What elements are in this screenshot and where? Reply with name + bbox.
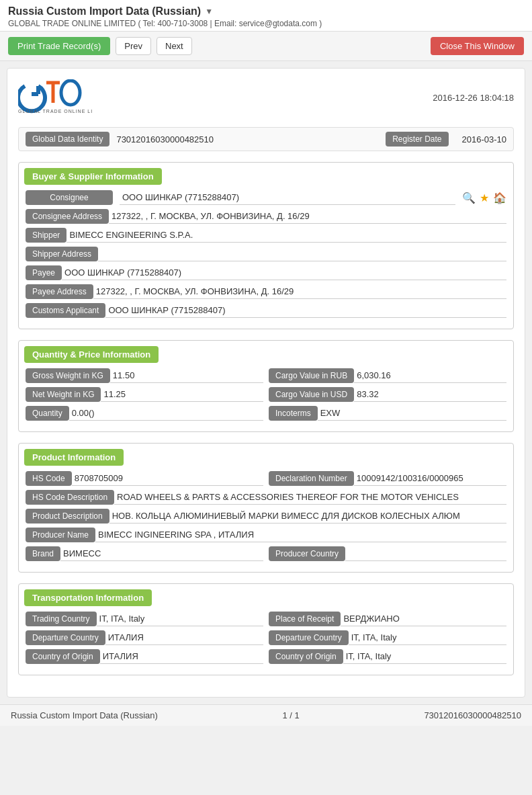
departure-right-row: Departure Country IT, ITA, Italy [269,630,506,645]
origin-row: Country of Origin ИТАЛИЯ Country of Orig… [26,649,506,664]
brand-label: Brand [26,546,60,561]
quantity-label: Quantity [26,406,69,421]
content-area: GLOBAL TRADE ONLINE LIMITED 2016-12-26 1… [7,68,525,698]
footer-left: Russia Custom Import Data (Russian) [11,710,158,720]
gross-weight-label: Gross Weight in KG [26,368,110,383]
payee-address-label: Payee Address [26,284,93,299]
home-icon[interactable]: 🏠 [493,192,506,204]
departure-left-value: ИТАЛИЯ [105,630,263,645]
consignee-label: Consignee [26,190,113,205]
place-receipt-row: Place of Receipt ВЕРДЖИАНО [269,612,506,626]
net-weight-value: 11.25 [101,387,263,402]
footer-center: 1 / 1 [283,710,300,720]
search-icon[interactable]: 🔍 [462,192,476,204]
incoterms-value: EXW [318,406,506,421]
footer-bar: Russia Custom Import Data (Russian) 1 / … [0,704,532,726]
gross-weight-row: Gross Weight in KG 11.50 [26,368,263,383]
gto-logo: GLOBAL TRADE ONLINE LIMITED [18,79,92,116]
hs-code-value: 8708705009 [72,471,263,486]
origin-left-row: Country of Origin ИТАЛИЯ [26,649,263,664]
cargo-usd-row: Cargo Value in USD 83.32 [269,387,506,402]
shipper-value: BIMECC ENGINEERING S.P.A. [66,228,506,243]
net-weight-label: Net Weight in KG [26,387,101,402]
shipper-address-value [98,247,506,261]
departure-row: Departure Country ИТАЛИЯ Departure Count… [26,630,506,645]
svg-point-4 [61,81,80,105]
payee-address-value: 127322, , Г. МОСКВА, УЛ. ФОНВИЗИНА, Д. 1… [93,284,506,299]
page-subtitle: GLOBAL TRADE ONLINE LIMITED ( Tel: 400-7… [8,19,524,28]
customs-applicant-row: Customs Applicant ООО ШИНКАР (7715288407… [26,303,506,318]
product-desc-label: Product Description [26,509,109,524]
producer-country-label: Producer Country [269,546,345,561]
origin-right-row: Country of Origin IT, ITA, Italy [269,649,506,664]
transportation-body: Trading Country IT, ITA, Italy Place of … [19,606,513,675]
incoterms-label: Incoterms [269,406,318,421]
title-dropdown-icon[interactable]: ▼ [205,7,213,16]
buyer-supplier-section: Buyer & Supplier Information Consignee О… [18,162,514,329]
producer-name-row: Producer Name BIMECC INGINEERING SPA , И… [26,528,506,542]
net-weight-row: Net Weight in KG 11.25 [26,387,263,402]
hs-desc-row: HS Code Description ROAD WHEELS & PARTS … [26,490,506,505]
origin-left-label: Country of Origin [26,649,100,664]
hs-declaration-row: HS Code 8708705009 Declaration Number 10… [26,471,506,486]
customs-applicant-value: ООО ШИНКАР (7715288407) [105,303,506,318]
cargo-rub-row: Cargo Value in RUB 6,030.16 [269,368,506,383]
close-button[interactable]: Close This Window [431,37,524,55]
product-desc-value: НОВ. КОЛЬЦА АЛЮМИНИЕВЫЙ МАРКИ ВИМЕСС ДЛЯ… [109,509,506,524]
svg-text:GLOBAL TRADE ONLINE LIMITED: GLOBAL TRADE ONLINE LIMITED [18,109,92,114]
brand-producer-country-row: Brand ВИМЕСС Producer Country [26,546,506,561]
shipper-address-label: Shipper Address [26,247,98,261]
page-title: Russia Custom Import Data (Russian) ▼ [8,5,524,17]
consignee-icons: 🔍 ★ 🏠 [462,192,506,204]
print-button[interactable]: Print Trade Record(s) [8,37,110,55]
trading-country-value: IT, ITA, Italy [97,612,263,626]
consignee-address-row: Consignee Address 127322, , Г. МОСКВА, У… [26,209,506,224]
star-icon[interactable]: ★ [480,192,489,204]
quantity-value: 0.00() [69,406,263,421]
consignee-row: Consignee ООО ШИНКАР (7715288407) 🔍 ★ 🏠 [26,190,506,205]
prev-button[interactable]: Prev [116,37,151,55]
quantity-price-section: Quantity & Price Information Gross Weigh… [18,340,514,432]
buyer-supplier-body: Consignee ООО ШИНКАР (7715288407) 🔍 ★ 🏠 … [19,185,513,329]
net-cargo-usd-row: Net Weight in KG 11.25 Cargo Value in US… [26,387,506,402]
hs-desc-label: HS Code Description [26,490,114,505]
origin-right-label: Country of Origin [269,649,343,664]
shipper-row: Shipper BIMECC ENGINEERING S.P.A. [26,228,506,243]
register-date-value: 2016-03-10 [462,134,507,144]
shipper-label: Shipper [26,228,66,243]
identity-row: Global Data Identity 7301201603000048251… [18,127,514,151]
cargo-rub-label: Cargo Value in RUB [269,368,354,383]
cargo-rub-value: 6,030.16 [354,368,506,383]
product-section: Product Information HS Code 8708705009 D… [18,443,514,573]
departure-left-label: Departure Country [26,630,105,645]
quantity-row: Quantity 0.00() [26,406,263,421]
declaration-number-row: Declaration Number 10009142/100316/00009… [269,471,506,486]
customs-applicant-label: Customs Applicant [26,303,105,318]
trading-country-row: Trading Country IT, ITA, Italy [26,612,263,626]
hs-code-label: HS Code [26,471,72,486]
payee-value: ООО ШИНКАР (7715288407) [62,265,506,280]
brand-value: ВИМЕСС [60,546,263,561]
product-body: HS Code 8708705009 Declaration Number 10… [19,466,513,572]
declaration-label: Declaration Number [269,471,354,486]
place-receipt-value: ВЕРДЖИАНО [341,612,506,626]
departure-left-row: Departure Country ИТАЛИЯ [26,630,263,645]
logo-area: GLOBAL TRADE ONLINE LIMITED [18,79,92,116]
next-button[interactable]: Next [157,37,192,55]
departure-right-value: IT, ITA, Italy [349,630,506,645]
origin-left-value: ИТАЛИЯ [100,649,263,664]
toolbar: Print Trade Record(s) Prev Next Close Th… [0,32,532,61]
product-desc-row: Product Description НОВ. КОЛЬЦА АЛЮМИНИЕ… [26,509,506,524]
consignee-address-value: 127322, , Г. МОСКВА, УЛ. ФОНВИЗИНА, Д. 1… [109,209,506,224]
global-data-value: 73012016030000482510 [116,134,379,144]
declaration-value: 10009142/100316/0000965 [354,471,506,486]
shipper-address-row: Shipper Address [26,247,506,261]
record-datetime: 2016-12-26 18:04:18 [433,93,514,103]
trading-country-label: Trading Country [26,612,97,626]
transportation-title: Transportation Information [24,589,152,606]
global-data-label: Global Data Identity [26,132,109,147]
payee-address-row: Payee Address 127322, , Г. МОСКВА, УЛ. Ф… [26,284,506,299]
consignee-address-label: Consignee Address [26,209,109,224]
incoterms-row: Incoterms EXW [269,406,506,421]
footer-right: 73012016030000482510 [424,710,521,720]
